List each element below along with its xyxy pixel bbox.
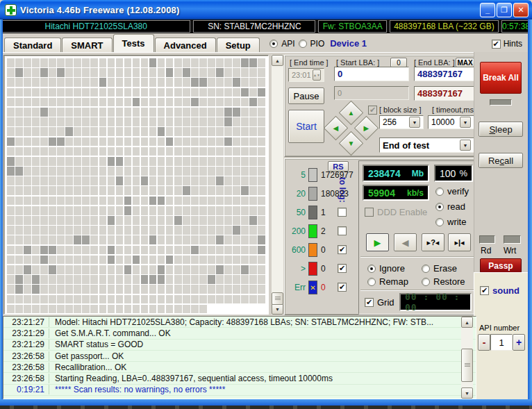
pio-radio[interactable]	[299, 40, 307, 48]
block-cell	[116, 256, 124, 265]
title-bar[interactable]: Victoria 4.46b Freeware (12.08.2008) _ ❐…	[0, 0, 532, 19]
api-number-minus-button[interactable]: -	[478, 334, 490, 351]
block-cell	[99, 78, 107, 87]
end-action-dropdown[interactable]: End of test ▼	[379, 137, 474, 153]
block-size-dropdown[interactable]: 256 ▼	[379, 115, 424, 129]
end-lba-max-button[interactable]: MAX	[456, 58, 474, 67]
api-number-plus-button[interactable]: +	[513, 334, 525, 351]
block-cell	[108, 226, 115, 235]
to-log-checkbox-50[interactable]	[338, 208, 347, 217]
block-cell	[116, 246, 124, 255]
scrollbar-thumb[interactable]	[272, 292, 283, 305]
end-time-label: [ End time ]	[290, 58, 329, 67]
sound-checkbox[interactable]: ✔	[480, 286, 489, 295]
pad-right-button[interactable]: ▶	[354, 116, 379, 140]
block-cell	[208, 206, 215, 215]
log-timestamp: 23:21:29	[3, 328, 49, 338]
block-cell	[216, 176, 224, 185]
scan-forward-button[interactable]: ▶	[366, 233, 389, 251]
block-cell	[24, 176, 31, 185]
to-log-checkbox-err[interactable]: ✔	[338, 283, 347, 292]
block-cell	[224, 295, 232, 304]
dropdown-arrow-icon[interactable]: ▼	[460, 140, 471, 151]
scrollbar-thumb[interactable]	[461, 349, 473, 382]
block-cell	[74, 127, 81, 136]
speed-block-icon	[308, 206, 317, 219]
block-cell	[40, 285, 48, 294]
close-button[interactable]: ✕	[513, 3, 529, 17]
block-cell	[124, 176, 132, 185]
scan-seek-button[interactable]: ▸?◂	[422, 233, 444, 251]
passp-button[interactable]: Passp	[480, 258, 522, 273]
block-cell	[32, 88, 40, 97]
block-cell	[49, 265, 56, 274]
block-map-scrollbar[interactable]: ▲ ▼	[272, 55, 283, 315]
pause-button[interactable]: Pause	[288, 87, 324, 104]
block-cell	[24, 265, 31, 274]
end-lba-input[interactable]: 488397167	[414, 67, 474, 81]
to-log-checkbox-600[interactable]: ✔	[338, 245, 347, 254]
to-log-checkbox-200[interactable]	[338, 226, 347, 235]
block-cell	[249, 235, 257, 244]
block-cell	[65, 256, 73, 265]
block-cell	[158, 226, 165, 235]
dropdown-arrow-icon[interactable]: ▼	[409, 117, 420, 128]
block-cell	[166, 137, 174, 147]
block-cell	[49, 167, 56, 176]
minimize-button[interactable]: _	[480, 3, 495, 17]
scroll-up-icon[interactable]: ▲	[461, 317, 473, 328]
victoria-app-window: Victoria 4.46b Freeware (12.08.2008) _ ❐…	[0, 0, 532, 409]
scan-jump-button[interactable]: ▸|◂	[448, 233, 471, 251]
tab-setup[interactable]: Setup	[217, 37, 260, 52]
timeout-dropdown[interactable]: 10000 ▼	[428, 115, 474, 129]
sleep-button[interactable]: Sleep	[479, 122, 523, 137]
block-cell	[82, 235, 90, 244]
block-cell	[233, 108, 240, 117]
block-cell	[208, 197, 215, 206]
to-log-checkbox->[interactable]: ✔	[338, 264, 347, 273]
verify-radio[interactable]	[435, 187, 444, 196]
end-time-spinner[interactable]: 23:01 ▲▼	[288, 68, 324, 82]
time-spin-icons[interactable]: ▲▼	[313, 69, 321, 81]
scan-backward-button[interactable]: ◀	[394, 233, 417, 251]
block-cell	[158, 98, 165, 107]
block-cell	[208, 68, 215, 77]
tab-tests[interactable]: Tests	[113, 34, 154, 52]
block-cell	[40, 58, 48, 67]
log-scrollbar[interactable]: ▲ ▼	[461, 317, 473, 399]
block-cell	[166, 216, 174, 225]
block-cell	[57, 117, 65, 126]
dropdown-arrow-icon[interactable]: ▼	[460, 117, 471, 128]
block-cell	[208, 226, 215, 235]
scroll-down-icon[interactable]: ▼	[461, 387, 473, 399]
ignore-radio[interactable]	[367, 265, 376, 273]
break-all-button[interactable]: Break All	[480, 62, 522, 94]
erase-radio[interactable]	[422, 265, 430, 273]
tab-smart[interactable]: SMART	[62, 37, 112, 52]
pad-down-button[interactable]: ▼	[339, 131, 363, 156]
block-cell	[224, 216, 232, 225]
remap-radio[interactable]	[367, 278, 376, 286]
block-cell	[216, 88, 224, 97]
block-cell	[99, 68, 107, 77]
scroll-down-icon[interactable]: ▼	[272, 303, 283, 315]
block-cell	[258, 246, 265, 255]
start-lba-zero-button[interactable]: 0	[390, 58, 407, 67]
tab-advanced[interactable]: Advanced	[155, 37, 216, 52]
block-cell	[99, 167, 107, 176]
restore-radio[interactable]	[422, 278, 430, 286]
maximize-button[interactable]: ❐	[497, 3, 512, 17]
recall-button[interactable]: Recall	[479, 153, 523, 168]
hints-checkbox[interactable]: ✔	[492, 40, 501, 49]
api-radio[interactable]	[269, 40, 278, 48]
scroll-up-icon[interactable]: ▲	[272, 55, 283, 66]
read-radio[interactable]	[435, 203, 444, 211]
tab-standard[interactable]: Standard	[4, 37, 61, 52]
write-radio[interactable]	[435, 218, 444, 226]
block-cell	[74, 88, 81, 97]
start-button[interactable]: Start	[288, 110, 324, 143]
start-lba-input[interactable]: 0	[334, 67, 409, 81]
grid-checkbox[interactable]: ✔	[365, 298, 374, 307]
block-cell	[40, 108, 48, 117]
block-cell	[141, 235, 149, 244]
